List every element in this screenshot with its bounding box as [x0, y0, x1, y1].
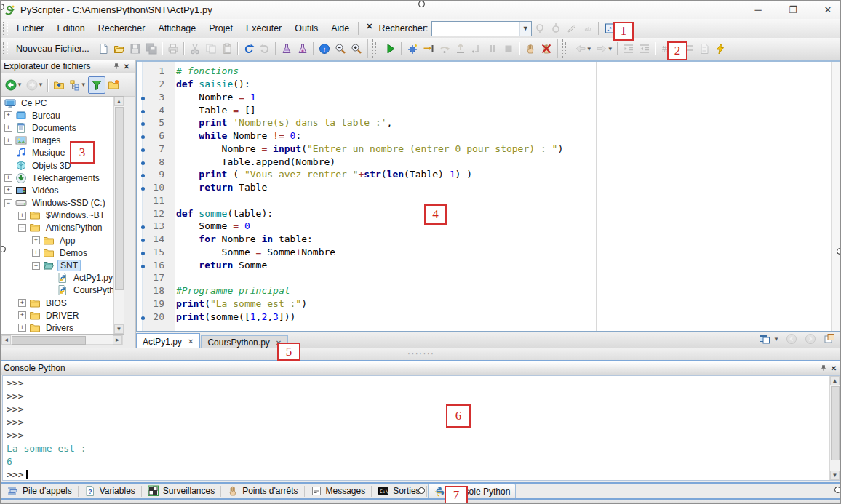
scroll-thumb[interactable]	[115, 107, 124, 290]
tree-item-bureau[interactable]: +Bureau	[1, 109, 124, 121]
lightning-button[interactable]	[712, 41, 728, 57]
expand-icon[interactable]: +	[18, 311, 26, 319]
editor-tab-courspython-py[interactable]: CoursPython.py✕	[201, 335, 288, 349]
window-list-button[interactable]	[757, 331, 773, 347]
unindent-button[interactable]	[621, 41, 637, 57]
bottom-tab-surveillances[interactable]: Surveillances	[143, 484, 220, 498]
scroll-up-icon[interactable]: ▲	[114, 97, 124, 106]
save-all-button[interactable]	[143, 41, 159, 57]
code-line[interactable]: 6 while Nombre != 0:	[137, 129, 831, 143]
tree-item-vid-os[interactable]: +Vidéos	[1, 184, 124, 196]
step-out-button[interactable]	[453, 41, 469, 57]
console-prompt-line[interactable]: >>>	[3, 376, 840, 389]
expand-icon[interactable]: +	[18, 324, 26, 332]
pause-button[interactable]	[485, 41, 501, 57]
pin-icon[interactable]	[111, 61, 121, 71]
close-button[interactable]: ✕	[820, 4, 836, 17]
search-input[interactable]: ▼	[431, 21, 532, 36]
code-line[interactable]: 8 Table.append(Nombre)	[137, 155, 831, 168]
tree-item--windows-bt[interactable]: +$Windows.~BT	[1, 209, 124, 222]
debug-button[interactable]	[404, 41, 420, 57]
prev-tab-button[interactable]	[784, 331, 800, 347]
run-to-cursor-button[interactable]	[469, 41, 485, 57]
tree-item-courspython-py[interactable]: CoursPython.py	[1, 284, 124, 297]
detach-tab-button[interactable]	[821, 331, 837, 347]
run-button[interactable]	[383, 41, 399, 57]
tree-item-amienspython[interactable]: −AmiensPython	[1, 222, 124, 234]
code-line[interactable]: 19print("La somme est :")	[137, 297, 831, 311]
tree-item-t-l-chargements[interactable]: +Téléchargements	[1, 172, 124, 184]
expand-icon[interactable]: +	[4, 174, 12, 182]
cut-button[interactable]	[187, 41, 203, 57]
menu-projet[interactable]: Projet	[202, 20, 239, 36]
code-line[interactable]: 7 Nombre = input("Entrer un nombre (entr…	[137, 143, 831, 156]
code-line[interactable]: 12def somme(table):	[137, 207, 831, 220]
scroll-thumb[interactable]	[12, 336, 86, 345]
check-syntax-button[interactable]	[279, 41, 295, 57]
collapse-icon[interactable]: −	[18, 224, 26, 232]
scroll-up-icon[interactable]: ▲	[830, 376, 840, 385]
tree-item-drivers[interactable]: +Drivers	[1, 321, 124, 334]
scroll-down-icon[interactable]: ▼	[114, 324, 124, 334]
code-line[interactable]: 20print(somme([1,2,3]))	[137, 310, 831, 323]
editor-scrollbar[interactable]	[831, 62, 840, 331]
zoom-in-button[interactable]	[348, 41, 364, 57]
menu-affichage[interactable]: Affichage	[151, 20, 202, 36]
print-button[interactable]	[165, 41, 181, 57]
tree-item-actpy1-py[interactable]: ActPy1.py	[1, 272, 124, 284]
tree-item-driver[interactable]: +DRIVER	[1, 309, 124, 321]
info-button[interactable]: i	[316, 41, 332, 57]
find-next-button[interactable]	[532, 20, 548, 36]
console-output[interactable]: >>>>>>>>>>>>>>>La somme est :6>>> ▲ ▼	[2, 375, 840, 481]
code-line[interactable]: 3 Nombre = 1	[137, 91, 831, 104]
scroll-left-icon[interactable]: ◄	[1, 335, 11, 345]
next-tab-button[interactable]	[802, 331, 818, 347]
bottom-tab-sorties[interactable]: C:\Sorties	[372, 484, 425, 498]
step-over-button[interactable]	[437, 41, 453, 57]
tree-item-musique[interactable]: Musique	[1, 147, 124, 159]
find-pen-button[interactable]	[564, 20, 580, 36]
menu-outils[interactable]: Outils	[288, 20, 324, 36]
expand-icon[interactable]: +	[18, 299, 26, 307]
maximize-button[interactable]: ❐	[785, 4, 801, 17]
expand-icon[interactable]: +	[4, 186, 12, 194]
menu-fichier[interactable]: Fichier	[10, 20, 51, 36]
tree-item-documents[interactable]: +Documents	[1, 121, 124, 134]
close-icon[interactable]: ✕	[829, 363, 839, 373]
save-button[interactable]	[127, 41, 143, 57]
pin-icon[interactable]	[818, 363, 829, 373]
redo-button[interactable]	[257, 41, 273, 57]
scroll-down-icon[interactable]: ▼	[830, 471, 840, 480]
search-toolbar-close-icon[interactable]: ✕	[362, 22, 377, 36]
code-line[interactable]: 14 for Nombre in table:	[137, 233, 831, 246]
code-line[interactable]: 17	[137, 271, 831, 284]
folder-up-button[interactable]	[51, 77, 67, 93]
collapse-icon[interactable]: −	[4, 199, 12, 207]
console-prompt-line[interactable]: >>>	[3, 468, 840, 481]
bottom-tab-console-python[interactable]: Console Python	[428, 484, 517, 498]
filter-funnel-button[interactable]	[88, 76, 105, 94]
breakpoint-hand-button[interactable]	[522, 41, 538, 57]
menu-rechercher[interactable]: Rechercher	[92, 20, 152, 36]
close-tab-icon[interactable]: ✕	[188, 337, 194, 345]
console-prompt-line[interactable]: >>>	[3, 415, 840, 428]
collapse-icon[interactable]: −	[32, 262, 40, 270]
find-options-button[interactable]: ab	[580, 20, 596, 36]
minimize-button[interactable]: ─	[750, 4, 766, 17]
console-prompt-line[interactable]: >>>	[3, 428, 840, 441]
menu-excuter[interactable]: Exécuter	[239, 20, 288, 36]
console-output-line[interactable]: 6	[3, 455, 840, 468]
undo-button[interactable]	[241, 41, 257, 57]
code-editor[interactable]: 1# fonctions2def saisie():3 Nombre = 14 …	[136, 60, 840, 332]
tree-item-windows-ssd-c-[interactable]: −Windows-SSD (C:)	[1, 197, 124, 209]
tree-item-demos[interactable]: +Demos	[1, 247, 124, 259]
scroll-right-icon[interactable]: ►	[113, 335, 122, 345]
bottom-tab-messages[interactable]: Messages	[306, 484, 371, 498]
code-line[interactable]: 2def saisie():	[137, 78, 831, 91]
code-line[interactable]: 11	[137, 194, 831, 207]
bottom-tab-points-d-arr-ts[interactable]: Points d'arrêts	[222, 484, 303, 498]
find-prev-button[interactable]	[548, 20, 564, 36]
code-line[interactable]: 16 return Somme	[137, 258, 831, 271]
tree-item-objets-3d[interactable]: Objets 3D	[1, 159, 124, 172]
tree-item-ce-pc[interactable]: Ce PC	[1, 97, 124, 109]
